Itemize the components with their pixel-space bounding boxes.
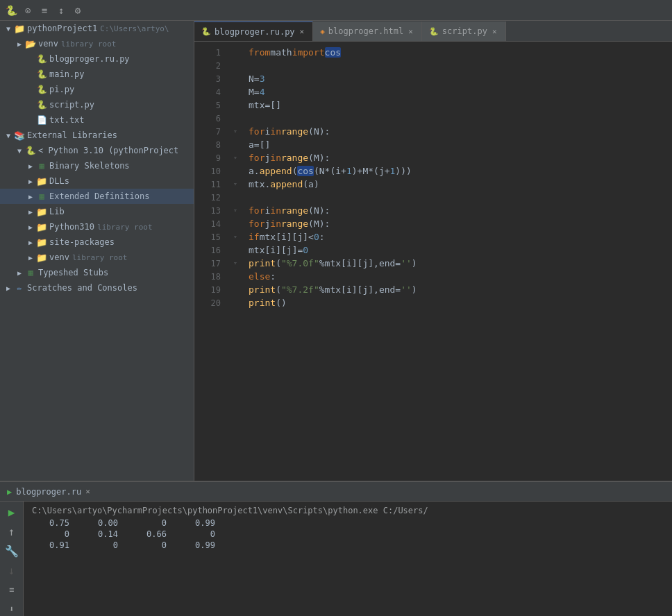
code-content[interactable]: from math import cosN = 3M = 4mtx = []fo… [244, 42, 672, 481]
py-file-icon: 🐍 [36, 69, 47, 80]
sidebar-sublabel: C:\Users\artyo\ [100, 24, 169, 33]
line-number: 2 [194, 59, 228, 72]
fold-marker-icon[interactable]: ▿ [230, 258, 240, 268]
output-value: 0 [178, 529, 226, 539]
run-tab-label: blogproger.ru [16, 487, 81, 497]
sidebar-label: < Python 3.10 (pythonProject [38, 146, 178, 155]
sidebar-item-site-packages[interactable]: ▶ 📁 site-packages [0, 234, 194, 250]
fold-marker-icon[interactable]: ▿ [230, 205, 240, 215]
fold-marker-icon[interactable]: ▿ [230, 126, 240, 136]
sidebar-item-binary-skeletons[interactable]: ▶ ▦ Binary Skeletons [0, 158, 194, 173]
output-value: 0.00 [81, 518, 129, 528]
sidebar-item-pi-py[interactable]: ▶ 🐍 pi.py [0, 82, 194, 97]
sidebar-label: pi.py [49, 85, 74, 94]
sidebar-item-main-py[interactable]: ▶ 🐍 main.py [0, 67, 194, 82]
line-number: 16 [194, 243, 228, 257]
line-number: 9 [194, 151, 228, 164]
tab-close-btn[interactable]: ✕ [299, 27, 306, 36]
sidebar-label: Python310 [49, 222, 94, 232]
sidebar-label: pythonProject1 [27, 24, 97, 33]
run-tab-bar: ▶ blogproger.ru ✕ [0, 482, 672, 502]
txt-file-icon: 📄 [36, 114, 47, 126]
sidebar-item-pythonproject1[interactable]: ▼ 📁 pythonProject1 C:\Users\artyo\ [0, 21, 194, 36]
toolbar-icon-settings[interactable]: ⚙ [72, 5, 83, 16]
sidebar-item-txt[interactable]: ▶ 📄 txt.txt [0, 112, 194, 128]
output-value: 0.91 [32, 540, 81, 550]
toolbar-icon-3[interactable]: ↕ [56, 5, 67, 16]
library-icon: 📚 [14, 130, 25, 141]
sidebar-item-external-libs[interactable]: ▼ 📚 External Libraries [0, 128, 194, 143]
line-number: 15 [194, 230, 228, 243]
sidebar-item-typeshed[interactable]: ▶ ▦ Typeshed Stubs [0, 265, 194, 280]
sidebar-label: site-packages [49, 237, 115, 247]
sidebar-label: Extended Definitions [49, 191, 150, 201]
tab-blogproger-py[interactable]: 🐍 blogproger.ru.py ✕ [194, 22, 313, 41]
py-file-icon: 🐍 [36, 84, 47, 95]
fold-marker-icon[interactable]: ▿ [230, 153, 240, 162]
run-save-btn[interactable]: ⬇ [3, 602, 20, 616]
sidebar-label: DLLs [49, 176, 69, 186]
code-line [249, 191, 672, 204]
sidebar-label: txt.txt [49, 115, 85, 125]
output-value: 0.14 [81, 529, 129, 539]
arrow-icon: ▼ [3, 130, 14, 141]
tab-close-btn[interactable]: ✕ [491, 27, 498, 36]
sidebar-item-script-py[interactable]: ▶ 🐍 script.py [0, 97, 194, 112]
line-number: 12 [194, 191, 228, 204]
output-value: 0.66 [129, 529, 178, 539]
line-number: 11 [194, 178, 228, 191]
line-number: 19 [194, 283, 228, 296]
fold-marker-icon[interactable]: ▿ [230, 179, 240, 189]
tab-close-btn[interactable]: ✕ [407, 27, 414, 36]
sidebar-item-scratches[interactable]: ▶ ✏️ Scratches and Consoles [0, 280, 194, 296]
line-number: 10 [194, 164, 228, 178]
line-number: 4 [194, 85, 228, 99]
run-up-btn[interactable]: ↑ [3, 525, 20, 539]
run-down-btn[interactable]: ↓ [3, 563, 20, 577]
code-line: for i in range(N): [249, 125, 672, 138]
code-line [249, 112, 672, 125]
line-number: 14 [194, 217, 228, 230]
run-lines-btn[interactable]: ≡ [3, 583, 20, 597]
arrow-icon: ▼ [14, 145, 25, 156]
run-tab-close-btn[interactable]: ✕ [85, 487, 90, 496]
gutter-area: ▿▿▿▿▿▿ [228, 42, 244, 481]
sidebar-label: Typeshed Stubs [38, 268, 108, 277]
py-tab-icon: 🐍 [201, 27, 211, 36]
main-layout: ▼ 📁 pythonProject1 C:\Users\artyo\ ▶ 📂 v… [0, 21, 672, 481]
sidebar-item-venv2[interactable]: ▶ 📁 venv library root [0, 250, 194, 265]
tab-blogproger-html[interactable]: ◈ blogproger.html ✕ [313, 22, 422, 41]
tabs-bar: 🐍 blogproger.ru.py ✕ ◈ blogproger.html ✕… [194, 21, 672, 42]
py-tab-icon: 🐍 [429, 27, 439, 36]
toolbar-icon-1[interactable]: ⊙ [22, 5, 33, 16]
sidebar-item-dlls[interactable]: ▶ 📁 DLLs [0, 173, 194, 189]
run-play-btn[interactable]: ▶ [3, 506, 20, 520]
code-line: from math import cos [249, 46, 672, 59]
sidebar-item-blogproger-py[interactable]: ▶ 🐍 blogproger.ru.py [0, 51, 194, 67]
sidebar-item-venv[interactable]: ▶ 📂 venv library root [0, 36, 194, 51]
sidebar-item-lib[interactable]: ▶ 📁 Lib [0, 204, 194, 219]
sidebar-sublabel: library root [72, 253, 127, 262]
fold-marker-icon[interactable]: ▿ [230, 232, 240, 241]
toolbar-icon-2[interactable]: ≡ [39, 5, 50, 16]
code-line: a = [] [249, 138, 672, 151]
code-line: else: [249, 270, 672, 283]
run-tab-label-area[interactable]: ▶ blogproger.ru ✕ [0, 487, 97, 497]
line-numbers: 1234567891011121314151617181920 [194, 42, 228, 481]
py-file-icon: 🐍 [36, 53, 47, 65]
sidebar-item-python310-root[interactable]: ▶ 📁 Python310 library root [0, 219, 194, 234]
tab-script-py[interactable]: 🐍 script.py ✕ [422, 22, 506, 41]
code-line: for j in range(M): [249, 217, 672, 230]
bar-icon: ▦ [36, 160, 47, 171]
code-line: print("%7.2f" % mtx[i][j], end='') [249, 283, 672, 296]
code-editor[interactable]: 1234567891011121314151617181920 ▿▿▿▿▿▿ f… [194, 42, 672, 481]
run-wrench-btn[interactable]: 🔧 [3, 545, 20, 558]
sidebar-item-python310[interactable]: ▼ 🐍 < Python 3.10 (pythonProject [0, 143, 194, 158]
sidebar-item-extended-definitions[interactable]: ▶ ▦ Extended Definitions [0, 189, 194, 204]
code-line: for i in range(N): [249, 204, 672, 217]
arrow-icon: ▶ [25, 221, 36, 232]
bar-icon: ▦ [25, 267, 36, 278]
code-line: mtx[i][j] = 0 [249, 243, 672, 257]
line-number: 5 [194, 99, 228, 112]
run-content: ▶ ↑ 🔧 ↓ ≡ ⬇ C:\Users\artyo\PycharmProjec… [0, 502, 672, 616]
